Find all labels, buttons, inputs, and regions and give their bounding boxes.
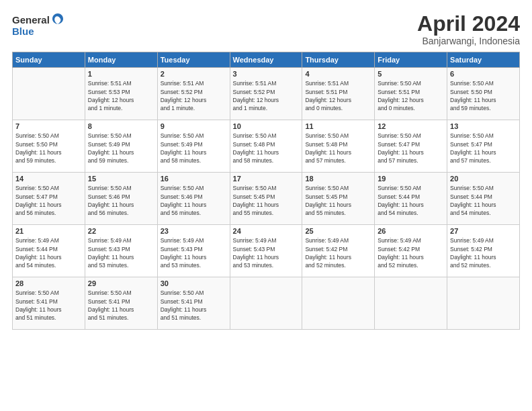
week-row-4: 21Sunrise: 5:49 AMSunset: 5:44 PMDayligh… — [13, 225, 520, 277]
day-number: 21 — [15, 227, 82, 235]
day-number: 23 — [161, 227, 227, 235]
day-info: Sunrise: 5:50 AMSunset: 5:41 PMDaylight:… — [88, 289, 154, 322]
col-wednesday: Wednesday — [230, 52, 302, 68]
day-info: Sunrise: 5:50 AMSunset: 5:45 PMDaylight:… — [305, 184, 371, 217]
day-cell — [13, 68, 85, 120]
day-cell: 24Sunrise: 5:49 AMSunset: 5:43 PMDayligh… — [230, 225, 302, 277]
day-cell: 9Sunrise: 5:50 AMSunset: 5:49 PMDaylight… — [157, 120, 230, 173]
day-info: Sunrise: 5:50 AMSunset: 5:45 PMDaylight:… — [233, 184, 300, 217]
day-number: 17 — [233, 175, 300, 183]
day-cell: 27Sunrise: 5:49 AMSunset: 5:42 PMDayligh… — [447, 225, 520, 277]
day-cell — [302, 277, 375, 330]
day-number: 9 — [161, 122, 227, 130]
day-info: Sunrise: 5:50 AMSunset: 5:51 PMDaylight:… — [378, 79, 444, 112]
col-tuesday: Tuesday — [157, 52, 230, 68]
day-info: Sunrise: 5:49 AMSunset: 5:44 PMDaylight:… — [15, 236, 82, 269]
week-row-1: 1Sunrise: 5:51 AMSunset: 5:53 PMDaylight… — [13, 68, 520, 120]
day-cell: 7Sunrise: 5:50 AMSunset: 5:50 PMDaylight… — [13, 120, 85, 173]
day-number: 30 — [161, 279, 227, 287]
day-info: Sunrise: 5:49 AMSunset: 5:42 PMDaylight:… — [305, 236, 371, 269]
day-info: Sunrise: 5:50 AMSunset: 5:49 PMDaylight:… — [88, 132, 154, 165]
day-cell: 30Sunrise: 5:50 AMSunset: 5:41 PMDayligh… — [157, 277, 230, 330]
day-cell: 14Sunrise: 5:50 AMSunset: 5:47 PMDayligh… — [13, 173, 85, 225]
day-number: 18 — [305, 175, 371, 183]
day-cell — [447, 277, 520, 330]
day-cell: 23Sunrise: 5:49 AMSunset: 5:43 PMDayligh… — [157, 225, 230, 277]
logo-general-text: General — [12, 14, 50, 26]
page: General Blue April 2024 Banjarwangi, Ind… — [0, 0, 532, 411]
day-info: Sunrise: 5:50 AMSunset: 5:46 PMDaylight:… — [88, 184, 154, 217]
day-number: 7 — [15, 122, 82, 130]
col-saturday: Saturday — [447, 52, 520, 68]
header: General Blue April 2024 Banjarwangi, Ind… — [12, 12, 520, 46]
day-cell — [375, 277, 447, 330]
calendar-table: Sunday Monday Tuesday Wednesday Thursday… — [12, 52, 520, 330]
day-info: Sunrise: 5:49 AMSunset: 5:42 PMDaylight:… — [378, 236, 444, 269]
day-cell: 8Sunrise: 5:50 AMSunset: 5:49 PMDaylight… — [85, 120, 157, 173]
day-number: 8 — [88, 122, 154, 130]
day-cell: 11Sunrise: 5:50 AMSunset: 5:48 PMDayligh… — [302, 120, 375, 173]
day-number: 28 — [15, 279, 82, 287]
logo-bird-icon — [51, 12, 64, 27]
day-number: 12 — [378, 122, 444, 130]
day-cell: 15Sunrise: 5:50 AMSunset: 5:46 PMDayligh… — [85, 173, 157, 225]
day-number: 25 — [305, 227, 371, 235]
title-block: April 2024 Banjarwangi, Indonesia — [417, 12, 520, 46]
day-info: Sunrise: 5:50 AMSunset: 5:41 PMDaylight:… — [15, 289, 82, 322]
day-number: 19 — [378, 175, 444, 183]
week-row-5: 28Sunrise: 5:50 AMSunset: 5:41 PMDayligh… — [13, 277, 520, 330]
day-cell: 2Sunrise: 5:51 AMSunset: 5:52 PMDaylight… — [157, 68, 230, 120]
day-cell: 12Sunrise: 5:50 AMSunset: 5:47 PMDayligh… — [375, 120, 447, 173]
day-cell: 20Sunrise: 5:50 AMSunset: 5:44 PMDayligh… — [447, 173, 520, 225]
day-cell: 13Sunrise: 5:50 AMSunset: 5:47 PMDayligh… — [447, 120, 520, 173]
day-info: Sunrise: 5:50 AMSunset: 5:50 PMDaylight:… — [450, 79, 517, 112]
day-cell: 10Sunrise: 5:50 AMSunset: 5:48 PMDayligh… — [230, 120, 302, 173]
day-info: Sunrise: 5:50 AMSunset: 5:46 PMDaylight:… — [161, 184, 227, 217]
day-cell: 5Sunrise: 5:50 AMSunset: 5:51 PMDaylight… — [375, 68, 447, 120]
col-friday: Friday — [375, 52, 447, 68]
day-number: 6 — [450, 70, 517, 78]
day-number: 3 — [233, 70, 300, 78]
day-number: 27 — [450, 227, 517, 235]
day-info: Sunrise: 5:50 AMSunset: 5:44 PMDaylight:… — [378, 184, 444, 217]
day-cell: 18Sunrise: 5:50 AMSunset: 5:45 PMDayligh… — [302, 173, 375, 225]
day-info: Sunrise: 5:50 AMSunset: 5:47 PMDaylight:… — [378, 132, 444, 165]
day-number: 5 — [378, 70, 444, 78]
subtitle: Banjarwangi, Indonesia — [417, 36, 520, 46]
col-thursday: Thursday — [302, 52, 375, 68]
day-number: 26 — [378, 227, 444, 235]
day-cell: 17Sunrise: 5:50 AMSunset: 5:45 PMDayligh… — [230, 173, 302, 225]
day-info: Sunrise: 5:50 AMSunset: 5:41 PMDaylight:… — [161, 289, 227, 322]
day-number: 20 — [450, 175, 517, 183]
day-info: Sunrise: 5:49 AMSunset: 5:42 PMDaylight:… — [450, 236, 517, 269]
day-number: 2 — [161, 70, 227, 78]
day-number: 1 — [88, 70, 154, 78]
day-info: Sunrise: 5:49 AMSunset: 5:43 PMDaylight:… — [233, 236, 300, 269]
day-number: 4 — [305, 70, 371, 78]
week-row-3: 14Sunrise: 5:50 AMSunset: 5:47 PMDayligh… — [13, 173, 520, 225]
day-cell: 3Sunrise: 5:51 AMSunset: 5:52 PMDaylight… — [230, 68, 302, 120]
day-info: Sunrise: 5:51 AMSunset: 5:52 PMDaylight:… — [161, 79, 227, 112]
col-monday: Monday — [85, 52, 157, 68]
week-row-2: 7Sunrise: 5:50 AMSunset: 5:50 PMDaylight… — [13, 120, 520, 173]
day-cell — [230, 277, 302, 330]
day-info: Sunrise: 5:50 AMSunset: 5:48 PMDaylight:… — [305, 132, 371, 165]
day-number: 29 — [88, 279, 154, 287]
day-number: 16 — [161, 175, 227, 183]
day-cell: 25Sunrise: 5:49 AMSunset: 5:42 PMDayligh… — [302, 225, 375, 277]
day-cell: 21Sunrise: 5:49 AMSunset: 5:44 PMDayligh… — [13, 225, 85, 277]
day-number: 11 — [305, 122, 371, 130]
day-cell: 4Sunrise: 5:51 AMSunset: 5:51 PMDaylight… — [302, 68, 375, 120]
day-info: Sunrise: 5:50 AMSunset: 5:47 PMDaylight:… — [15, 184, 82, 217]
day-number: 13 — [450, 122, 517, 130]
month-title: April 2024 — [417, 12, 520, 36]
day-info: Sunrise: 5:50 AMSunset: 5:48 PMDaylight:… — [233, 132, 300, 165]
logo-blue-text: Blue — [12, 26, 64, 37]
day-cell: 26Sunrise: 5:49 AMSunset: 5:42 PMDayligh… — [375, 225, 447, 277]
day-info: Sunrise: 5:50 AMSunset: 5:47 PMDaylight:… — [450, 132, 517, 165]
day-info: Sunrise: 5:49 AMSunset: 5:43 PMDaylight:… — [161, 236, 227, 269]
day-number: 15 — [88, 175, 154, 183]
day-info: Sunrise: 5:49 AMSunset: 5:43 PMDaylight:… — [88, 236, 154, 269]
day-cell: 22Sunrise: 5:49 AMSunset: 5:43 PMDayligh… — [85, 225, 157, 277]
day-info: Sunrise: 5:51 AMSunset: 5:53 PMDaylight:… — [88, 79, 154, 112]
